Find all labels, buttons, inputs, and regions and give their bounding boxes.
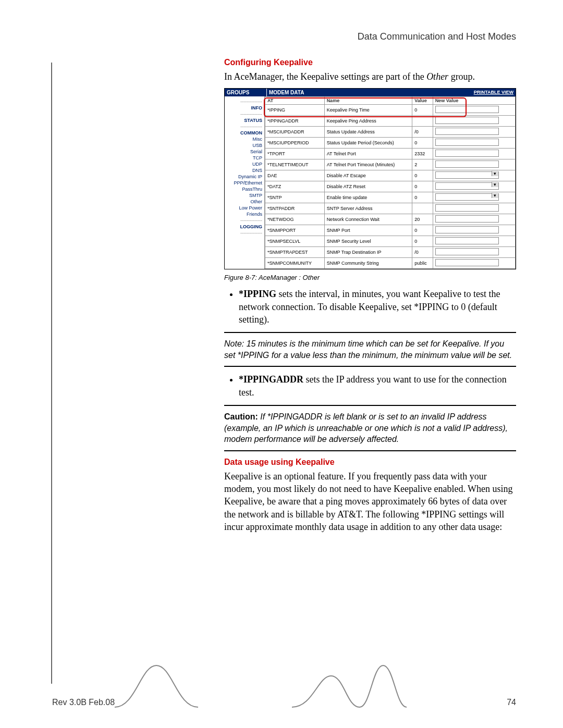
- modem-data-header: MODEM DATA: [267, 89, 464, 96]
- cell-name: SNMP Community String: [324, 258, 412, 269]
- cell-new: [433, 170, 515, 181]
- cell-name: SNMP Trap Destination IP: [324, 247, 412, 258]
- new-value-input[interactable]: [435, 204, 499, 212]
- heading-configuring-keepalive: Configuring Keepalive: [224, 58, 516, 67]
- footer-page: 74: [507, 698, 516, 707]
- table-row: DAEDisable AT Escape0: [265, 170, 516, 181]
- page-header: Data Communication and Host Modes: [52, 31, 516, 42]
- heading-data-usage: Data usage using Keepalive: [224, 458, 516, 467]
- note-minimum-time: Note: 15 minutes is the minimum time whi…: [224, 332, 516, 367]
- table-row: *SNMPPORTSNMP Port0: [265, 225, 516, 236]
- table-row: *SNTPADDRSNTP Server Address: [265, 203, 516, 214]
- new-value-input[interactable]: [435, 237, 499, 244]
- col-value: Value: [412, 97, 433, 105]
- cell-value: public: [412, 258, 433, 269]
- new-value-select[interactable]: [435, 171, 499, 179]
- table-row: *NETWDOGNetwork Connection Wait20: [265, 214, 516, 225]
- cell-new: [433, 247, 515, 258]
- ipping-desc: sets the interval, in minutes, you want …: [239, 289, 500, 325]
- caution-block: Caution: If *IPPINGADDR is left blank or…: [224, 405, 516, 451]
- intro-text: In AceManager, the Keepalive settings ar…: [224, 70, 516, 83]
- new-value-input[interactable]: [435, 248, 499, 255]
- cell-at: *TPORT: [265, 149, 325, 159]
- new-value-input[interactable]: [435, 139, 499, 146]
- cell-at: *SNMPPORT: [265, 225, 325, 236]
- data-usage-body: Keepalive is an optional feature. If you…: [224, 470, 516, 533]
- new-value-input[interactable]: [435, 106, 499, 113]
- table-row: *IPPINGADDRKeepalive Ping Address: [265, 116, 516, 127]
- cell-at: *MSCIUPDPERIOD: [265, 138, 325, 149]
- cell-value: 20: [412, 214, 433, 225]
- table-row: *DATZDisable ATZ Reset0: [265, 181, 516, 192]
- cell-value: /0: [412, 247, 433, 258]
- table-row: *SNTPEnable time update0: [265, 192, 516, 203]
- cell-value: 0: [412, 170, 433, 181]
- cell-value: [412, 203, 433, 214]
- cell-at: *DATZ: [265, 181, 325, 192]
- cell-value: /0: [412, 127, 433, 138]
- decorative-wave-right: [292, 660, 407, 718]
- new-value-input[interactable]: [435, 117, 499, 124]
- cell-value: 0: [412, 181, 433, 192]
- cell-name: Disable AT Escape: [324, 170, 412, 181]
- cell-at: *SNMPSECLVL: [265, 236, 325, 247]
- cell-at: *IPPING: [265, 105, 325, 116]
- cell-new: [433, 127, 515, 138]
- new-value-input[interactable]: [435, 161, 499, 168]
- cell-at: *SNTPADDR: [265, 203, 325, 214]
- cell-new: [433, 105, 515, 116]
- cell-at: *SNMPTRAPDEST: [265, 247, 325, 258]
- cell-value: 0: [412, 225, 433, 236]
- bullet-ipping: *IPPING sets the interval, in minutes, y…: [239, 288, 516, 326]
- cell-name: SNMP Security Level: [324, 236, 412, 247]
- left-margin-rule: [51, 63, 52, 684]
- cell-value: 0: [412, 138, 433, 149]
- cell-new: [433, 138, 515, 149]
- table-row: *SNMPTRAPDESTSNMP Trap Destination IP/0: [265, 247, 516, 258]
- new-value-input[interactable]: [435, 259, 499, 266]
- new-value-select[interactable]: [435, 193, 499, 201]
- cell-at: *TELNETTIMEOUT: [265, 159, 325, 170]
- table-row: *SNMPCOMMUNITYSNMP Community Stringpubli…: [265, 258, 516, 269]
- caution-text: If *IPPINGADDR is left blank or is set t…: [224, 412, 508, 443]
- cell-at: *IPPINGADDR: [265, 116, 325, 127]
- cell-value: 0: [412, 236, 433, 247]
- cell-at: *MSCIUPDADDR: [265, 127, 325, 138]
- cell-name: Enable time update: [324, 192, 412, 203]
- cell-name: Disable ATZ Reset: [324, 181, 412, 192]
- intro-a: In AceManager, the Keepalive settings ar…: [224, 71, 426, 82]
- cell-value: 2332: [412, 149, 433, 159]
- bullet-ippingaddr: *IPPINGADDR sets the IP address you want…: [239, 373, 516, 399]
- new-value-input[interactable]: [435, 226, 499, 233]
- cell-new: [433, 149, 515, 159]
- cell-name: Keepalive Ping Time: [324, 105, 412, 116]
- intro-c: group.: [448, 71, 475, 82]
- cell-new: [433, 236, 515, 247]
- cell-at: *SNMPCOMMUNITY: [265, 258, 325, 269]
- cell-new: [433, 214, 515, 225]
- acemanager-screenshot: GROUPS MODEM DATA PRINTABLE VIEW -------…: [224, 88, 516, 269]
- cell-name: Status Update Period (Seconds): [324, 138, 412, 149]
- table-row: *TPORTAT Telnet Port2332: [265, 149, 516, 159]
- cell-new: [433, 192, 515, 203]
- figure-caption: Figure 8-7: AceManager : Other: [224, 274, 516, 281]
- cell-name: Status Update Address: [324, 127, 412, 138]
- new-value-input[interactable]: [435, 128, 499, 135]
- table-row: *SNMPSECLVLSNMP Security Level0: [265, 236, 516, 247]
- printable-view-link[interactable]: PRINTABLE VIEW: [464, 89, 516, 96]
- cell-new: [433, 116, 515, 127]
- cell-value: 2: [412, 159, 433, 170]
- caution-label: Caution:: [224, 412, 258, 421]
- cell-new: [433, 181, 515, 192]
- ipping-label: *IPPING: [239, 289, 276, 299]
- table-row: *IPPINGKeepalive Ping Time0: [265, 105, 516, 116]
- cell-value: 0: [412, 192, 433, 203]
- col-at: AT: [265, 97, 325, 105]
- new-value-input[interactable]: [435, 215, 499, 223]
- col-new: New Value: [433, 97, 515, 105]
- groups-sidebar: --------------INFO--------------STATUS--…: [225, 96, 265, 269]
- new-value-select[interactable]: [435, 182, 499, 190]
- cell-name: SNMP Port: [324, 225, 412, 236]
- new-value-input[interactable]: [435, 150, 499, 157]
- cell-name: Network Connection Wait: [324, 214, 412, 225]
